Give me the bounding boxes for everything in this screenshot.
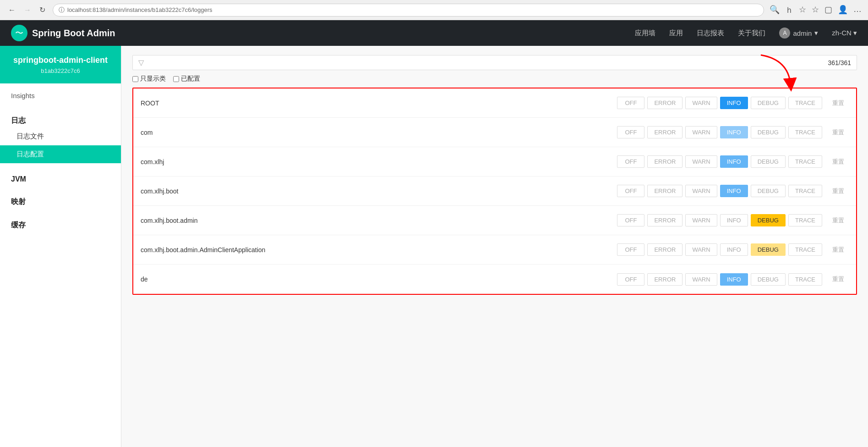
- level-btn-info[interactable]: INFO: [720, 273, 748, 286]
- reset-button[interactable]: 重置: [828, 243, 849, 256]
- level-btn-error[interactable]: ERROR: [647, 214, 682, 226]
- checkbox-configured-label[interactable]: 已配置: [173, 75, 200, 83]
- filter-icon: ▽: [138, 58, 144, 67]
- level-btn-warn[interactable]: WARN: [685, 185, 717, 197]
- level-btn-debug[interactable]: DEBUG: [751, 243, 786, 256]
- level-btn-error[interactable]: ERROR: [647, 155, 682, 168]
- sidebar-section-jvm: JVM: [0, 167, 121, 189]
- level-btn-error[interactable]: ERROR: [647, 185, 682, 197]
- nav-log-report[interactable]: 日志报表: [697, 29, 724, 38]
- logger-row: deOFFERRORWARNINFODEBUGTRACE重置: [133, 265, 856, 294]
- user-icon[interactable]: 👤: [837, 4, 849, 17]
- checkbox-class-text: 只显示类: [140, 75, 166, 83]
- url-bar[interactable]: ⓘ localhost:8138/admin/instances/b1ab322…: [53, 4, 764, 17]
- level-btn-debug[interactable]: DEBUG: [751, 214, 786, 226]
- logger-row: comOFFERRORWARNINFODEBUGTRACE重置: [133, 118, 856, 147]
- level-btn-debug[interactable]: DEBUG: [751, 126, 786, 138]
- level-btn-error[interactable]: ERROR: [647, 273, 682, 286]
- level-btn-info[interactable]: INFO: [720, 243, 748, 256]
- filter-container: ▽ 361/361: [132, 55, 857, 70]
- reset-button[interactable]: 重置: [828, 97, 849, 110]
- level-btn-off[interactable]: OFF: [617, 155, 644, 168]
- menu-icon[interactable]: …: [852, 4, 863, 17]
- level-btn-warn[interactable]: WARN: [685, 273, 717, 286]
- sidebar-item-jvm[interactable]: JVM: [0, 171, 121, 185]
- level-btn-trace[interactable]: TRACE: [788, 214, 822, 226]
- level-btn-debug[interactable]: DEBUG: [751, 97, 786, 109]
- level-btn-debug[interactable]: DEBUG: [751, 273, 786, 286]
- sidebar-section-insights: Insights: [0, 83, 121, 108]
- level-btn-error[interactable]: ERROR: [647, 97, 682, 109]
- star-outline-icon[interactable]: ☆: [798, 4, 807, 17]
- level-btn-error[interactable]: ERROR: [647, 243, 682, 256]
- browser-actions: 🔍 ｈ ☆ ☆ ▢ 👤 …: [769, 4, 863, 17]
- reset-button[interactable]: 重置: [828, 214, 849, 227]
- sidebar-item-insights[interactable]: Insights: [0, 87, 121, 104]
- content-area: ▽ 361/361 只显示类 已配置: [121, 46, 868, 447]
- level-btn-warn[interactable]: WARN: [685, 155, 717, 168]
- logger-name: com.xlhj: [141, 158, 617, 166]
- level-btn-warn[interactable]: WARN: [685, 126, 717, 138]
- level-btn-warn[interactable]: WARN: [685, 97, 717, 109]
- level-btn-info[interactable]: INFO: [720, 155, 748, 168]
- forward-button[interactable]: →: [21, 5, 34, 15]
- logger-name: ROOT: [141, 99, 617, 107]
- filter-bar: ▽ 361/361: [132, 55, 857, 70]
- level-btn-off[interactable]: OFF: [617, 214, 644, 226]
- sidebar-log-header: 日志: [0, 111, 121, 127]
- user-avatar-icon: A: [779, 28, 790, 39]
- level-btn-error[interactable]: ERROR: [647, 126, 682, 138]
- sidebar-section-mapping: 映射: [0, 189, 121, 212]
- level-btn-off[interactable]: OFF: [617, 126, 644, 138]
- logger-name: de: [141, 276, 617, 283]
- nav-apps[interactable]: 应用: [669, 29, 683, 38]
- reload-button[interactable]: ↻: [37, 5, 48, 15]
- level-btn-trace[interactable]: TRACE: [788, 126, 822, 138]
- tab-icon[interactable]: ▢: [824, 4, 833, 17]
- level-btn-info[interactable]: INFO: [720, 214, 748, 226]
- logger-levels: OFFERRORWARNINFODEBUGTRACE重置: [617, 273, 849, 286]
- nav-wall[interactable]: 应用墙: [635, 29, 655, 38]
- logger-levels: OFFERRORWARNINFODEBUGTRACE重置: [617, 185, 849, 198]
- level-btn-off[interactable]: OFF: [617, 97, 644, 109]
- sidebar-item-cache[interactable]: 缓存: [0, 216, 121, 232]
- app-logo: 〜 Spring Boot Admin: [11, 25, 115, 41]
- level-btn-off[interactable]: OFF: [617, 243, 644, 256]
- nav-lang[interactable]: zh-CN ▾: [832, 29, 857, 37]
- lang-dropdown-icon: ▾: [853, 29, 857, 37]
- level-btn-trace[interactable]: TRACE: [788, 273, 822, 286]
- level-btn-trace[interactable]: TRACE: [788, 97, 822, 109]
- sidebar-item-log-config[interactable]: 日志配置: [0, 145, 121, 163]
- level-btn-trace[interactable]: TRACE: [788, 185, 822, 197]
- reset-button[interactable]: 重置: [828, 155, 849, 168]
- sidebar-item-log-file[interactable]: 日志文件: [0, 127, 121, 145]
- nav-user[interactable]: A admin ▾: [779, 28, 818, 39]
- level-btn-warn[interactable]: WARN: [685, 243, 717, 256]
- checkbox-class-label[interactable]: 只显示类: [132, 75, 166, 83]
- reset-button[interactable]: 重置: [828, 273, 849, 286]
- back-button[interactable]: ←: [5, 5, 18, 15]
- search-icon[interactable]: 🔍: [769, 4, 781, 17]
- level-btn-debug[interactable]: DEBUG: [751, 155, 786, 168]
- browser-navigation[interactable]: ← → ↻: [5, 5, 48, 15]
- level-btn-info[interactable]: INFO: [720, 126, 748, 138]
- level-btn-trace[interactable]: TRACE: [788, 155, 822, 168]
- level-btn-off[interactable]: OFF: [617, 273, 644, 286]
- level-btn-info[interactable]: INFO: [720, 97, 748, 109]
- reset-button[interactable]: 重置: [828, 185, 849, 198]
- sidebar-item-mapping[interactable]: 映射: [0, 193, 121, 209]
- level-btn-info[interactable]: INFO: [720, 185, 748, 197]
- logger-name: com: [141, 129, 617, 136]
- level-btn-trace[interactable]: TRACE: [788, 243, 822, 256]
- level-btn-warn[interactable]: WARN: [685, 214, 717, 226]
- reader-icon[interactable]: ｈ: [784, 4, 794, 17]
- level-btn-off[interactable]: OFF: [617, 185, 644, 197]
- checkbox-configured[interactable]: [173, 76, 179, 82]
- checkbox-class[interactable]: [132, 76, 138, 82]
- level-btn-debug[interactable]: DEBUG: [751, 185, 786, 197]
- reset-button[interactable]: 重置: [828, 126, 849, 139]
- filter-input[interactable]: [147, 59, 828, 66]
- logger-name: com.xlhj.boot: [141, 188, 617, 195]
- nav-about[interactable]: 关于我们: [738, 29, 765, 38]
- bookmark-icon[interactable]: ☆: [811, 4, 820, 17]
